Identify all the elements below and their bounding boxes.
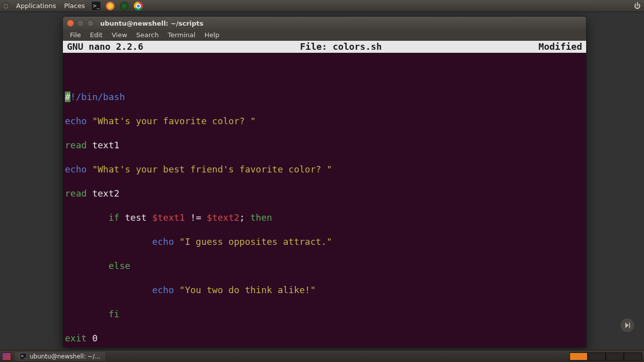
nano-version: GNU nano 2.2.6: [67, 41, 143, 53]
menu-edit[interactable]: Edit: [86, 30, 107, 40]
terminal-viewport[interactable]: GNU nano 2.2.6 File: colors.sh Modified …: [63, 41, 586, 347]
places-menu[interactable]: Places: [62, 2, 87, 10]
nano-editor-area[interactable]: #!/bin/bash echo "What's your favorite c…: [63, 53, 586, 347]
gnome-top-panel: ◌ Applications Places >_ ⏻: [0, 0, 644, 12]
menu-search[interactable]: Search: [132, 30, 163, 40]
workspace-4[interactable]: [624, 352, 642, 360]
window-titlebar[interactable]: ubuntu@newshell: ~/scripts: [63, 17, 586, 30]
terminal-taskbar-icon: >_: [20, 353, 27, 360]
nano-modified-status: Modified: [538, 41, 582, 53]
nano-filename: File: colors.sh: [143, 41, 539, 53]
workspace-1[interactable]: [570, 352, 588, 360]
gnome-bottom-panel: >_ ubuntu@newshell: ~/...: [0, 350, 644, 362]
terminal-menubar: File Edit View Search Terminal Help: [63, 30, 586, 41]
terminal-window: ubuntu@newshell: ~/scripts File Edit Vie…: [62, 16, 587, 348]
ubuntu-logo-icon[interactable]: ◌: [2, 2, 10, 10]
taskbar-entry-label: ubuntu@newshell: ~/...: [30, 353, 101, 360]
chrome-launcher-icon[interactable]: [133, 1, 143, 11]
shutdown-icon[interactable]: ⏻: [632, 1, 642, 11]
applications-menu[interactable]: Applications: [14, 2, 58, 10]
window-close-button[interactable]: [67, 20, 74, 27]
next-slide-button[interactable]: [620, 318, 635, 333]
window-maximize-button[interactable]: [87, 20, 94, 27]
app-launcher-icon-2[interactable]: [119, 1, 129, 11]
show-desktop-button[interactable]: [2, 352, 11, 360]
workspace-switcher: [570, 352, 642, 360]
menu-file[interactable]: File: [66, 30, 85, 40]
menu-view[interactable]: View: [108, 30, 131, 40]
window-title: ubuntu@newshell: ~/scripts: [100, 20, 203, 27]
nano-header-bar: GNU nano 2.2.6 File: colors.sh Modified: [63, 41, 586, 53]
terminal-launcher-icon[interactable]: >_: [91, 1, 101, 11]
desktop-background: ubuntu@newshell: ~/scripts File Edit Vie…: [0, 12, 644, 350]
workspace-2[interactable]: [588, 352, 606, 360]
cursor-block: #: [65, 92, 70, 102]
menu-terminal[interactable]: Terminal: [164, 30, 199, 40]
svg-rect-0: [629, 322, 630, 328]
workspace-3[interactable]: [606, 352, 624, 360]
window-minimize-button[interactable]: [77, 20, 84, 27]
taskbar-entry-terminal[interactable]: >_ ubuntu@newshell: ~/...: [14, 351, 106, 361]
menu-help[interactable]: Help: [200, 30, 223, 40]
app-launcher-icon-1[interactable]: [105, 1, 115, 11]
